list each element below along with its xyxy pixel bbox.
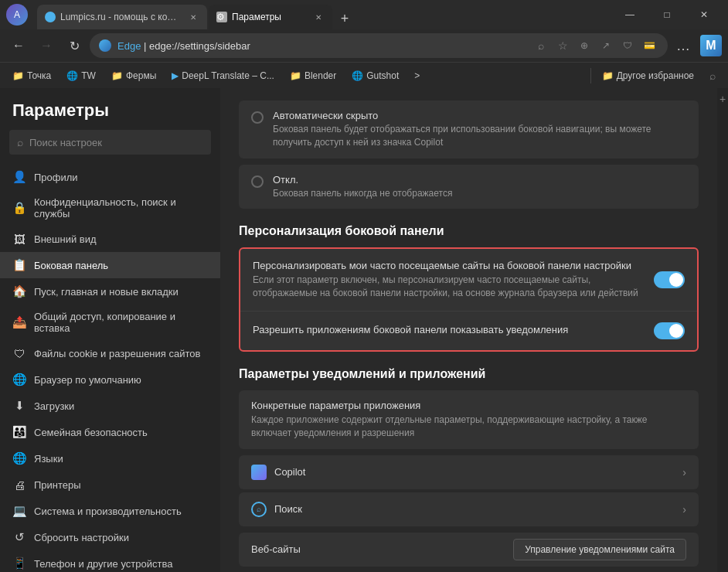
copilot-icon (251, 465, 267, 480)
off-card: Откл. Боковая панель никогда не отобража… (239, 165, 699, 209)
sidebar-item-family[interactable]: 👨‍👩‍👧 Семейная безопасность (0, 419, 220, 445)
address-star-icon[interactable]: ☆ (553, 36, 572, 55)
website-row: Веб-сайты Управление уведомлениями сайта (239, 533, 699, 567)
edge-sidebar-toggle[interactable]: M (700, 35, 722, 56)
sidebar-item-reset[interactable]: ↺ Сбросить настройки (0, 524, 220, 550)
notifications-toggle[interactable] (654, 322, 685, 339)
bookmark-tw[interactable]: 🌐 TW (60, 67, 102, 84)
settings-section: Автоматически скрыто Боковая панель буде… (220, 88, 717, 572)
app-settings-card: Конкретные параметры приложения Каждое п… (239, 390, 699, 449)
tab-settings[interactable]: ⚙ Параметры ✕ (209, 5, 332, 29)
sidebar-item-reset-label: Сбросить настройки (34, 532, 129, 543)
sidebar-item-system-label: Система и производительность (34, 506, 182, 517)
personalization-text-1: Персонализировать мои часто посещаемые с… (253, 260, 645, 300)
address-path: edge://settings/sidebar (149, 40, 250, 52)
sidebar-item-default-browser-label: Браузер по умолчанию (34, 374, 141, 386)
sidebar-item-start-label: Пуск, главная и новые вкладки (34, 286, 179, 298)
default-browser-icon: 🌐 (12, 373, 26, 386)
sidebar-search[interactable]: ⌕ Поиск настроек (9, 130, 211, 155)
sidebar-item-languages[interactable]: 🌐 Языки (0, 445, 220, 472)
tab-lumpics[interactable]: Lumpics.ru - помощь с компьюте... ✕ (37, 5, 207, 29)
off-text: Откл. Боковая панель никогда не отобража… (273, 174, 452, 200)
app-settings-desc: Каждое приложение содержит отдельные пар… (251, 414, 686, 440)
app-item-search[interactable]: ⌕ Поиск › (239, 492, 699, 526)
sidebar-item-default-browser[interactable]: 🌐 Браузер по умолчанию (0, 366, 220, 393)
main-area: Параметры ⌕ Поиск настроек 👤 Профили 🔒 К… (0, 88, 728, 572)
bookmarks-more-icon: > (414, 70, 420, 81)
manage-notifications-button[interactable]: Управление уведомлениями сайта (513, 539, 686, 560)
personalize-toggle[interactable] (654, 271, 685, 288)
sidebar-search-icon: ⌕ (17, 136, 23, 148)
address-collections-icon[interactable]: 🛡 (618, 36, 637, 55)
maximize-button[interactable]: □ (649, 2, 685, 27)
address-bar[interactable]: Edge | edge://settings/sidebar ⌕ ☆ ⊕ ↗ 🛡… (90, 33, 668, 58)
personalization-text-2: Разрешить приложениям боковой панели пок… (253, 324, 645, 338)
sidebar-item-cookies-label: Файлы cookie и разрешения сайтов (34, 348, 200, 359)
forward-button[interactable]: → (34, 33, 59, 58)
personalization-box: Персонализировать мои часто посещаемые с… (239, 247, 699, 352)
appearance-icon: 🖼 (12, 232, 26, 246)
new-tab-button[interactable]: + (334, 8, 355, 29)
bookmark-fermy-icon: 📁 (111, 70, 123, 81)
right-sidebar-panel: + (717, 88, 728, 572)
tab-close-settings[interactable]: ✕ (312, 11, 325, 23)
bookmark-deepl[interactable]: ▶ DeepL Translate – С... (165, 67, 281, 84)
auto-hide-text: Автоматически скрыто Боковая панель буде… (273, 110, 686, 149)
bookmark-fermy-label: Фермы (126, 70, 156, 81)
address-share-icon[interactable]: ↗ (597, 36, 615, 55)
off-radio[interactable] (251, 175, 264, 188)
auto-hide-radio[interactable] (251, 111, 264, 124)
bookmark-gutshot[interactable]: 🌐 Gutshot (345, 67, 405, 84)
sidebar-item-profiles[interactable]: 👤 Профили (0, 164, 220, 190)
sidebar-item-sharing-label: Общий доступ, копирование и вставка (34, 311, 208, 334)
sidebar-item-appearance[interactable]: 🖼 Внешний вид (0, 226, 220, 252)
bookmark-other-favorites[interactable]: 📁 Другое избранное (596, 67, 700, 84)
app-item-copilot[interactable]: Copilot › (239, 455, 699, 489)
bookmark-deepl-label: DeepL Translate – С... (182, 70, 274, 81)
bookmark-tw-icon: 🌐 (66, 70, 78, 81)
bookmark-gutshot-label: Gutshot (366, 70, 399, 81)
bookmark-blender[interactable]: 📁 Blender (284, 67, 342, 84)
nav-bar: ← → ↻ Edge | edge://settings/sidebar ⌕ ☆… (0, 29, 728, 62)
sidebar-item-phone[interactable]: 📱 Телефон и другие устройства (0, 550, 220, 572)
personalization-heading: Персонализация боковой панели (239, 224, 699, 238)
tab-favicon-lumpics (45, 12, 56, 22)
sidebar-item-start[interactable]: 🏠 Пуск, главная и новые вкладки (0, 278, 220, 305)
other-favorites-icon: 📁 (602, 70, 614, 81)
bookmark-tochka-icon: 📁 (12, 70, 24, 81)
app-copilot-name: Copilot (274, 466, 675, 478)
address-text: Edge | edge://settings/sidebar (117, 40, 526, 52)
address-wallet-icon[interactable]: 💳 (640, 36, 658, 55)
sidebar-item-system[interactable]: 💻 Система и производительность (0, 498, 220, 524)
cookies-icon: 🛡 (12, 346, 26, 360)
minimize-button[interactable]: — (612, 2, 648, 27)
user-profile-icon[interactable]: A (6, 4, 28, 26)
bookmarks-more-button[interactable]: > (408, 67, 426, 84)
sidebar-item-family-label: Семейная безопасность (34, 427, 148, 438)
personalization-row-2: Разрешить приложениям боковой панели пок… (240, 311, 697, 350)
sidebar-item-privacy[interactable]: 🔒 Конфиденциальность, поиск и службы (0, 190, 220, 226)
bookmarks-search-icon[interactable]: ⌕ (703, 66, 722, 85)
sidebar-title: Параметры (0, 100, 220, 130)
sidebar-item-downloads[interactable]: ⬇ Загрузки (0, 393, 220, 419)
address-favorites-icon[interactable]: ⊕ (575, 36, 594, 55)
refresh-button[interactable]: ↻ (62, 33, 87, 58)
bookmark-fermy[interactable]: 📁 Фермы (105, 67, 162, 84)
other-favorites-label: Другое избранное (617, 70, 694, 81)
more-button[interactable]: … (671, 33, 696, 58)
sidebar-item-printers[interactable]: 🖨 Принтеры (0, 472, 220, 498)
close-button[interactable]: ✕ (686, 2, 722, 27)
system-icon: 💻 (12, 504, 26, 518)
bookmark-tochka[interactable]: 📁 Точка (6, 67, 57, 84)
sidebar-panel-icon: 📋 (12, 258, 26, 272)
back-button[interactable]: ← (6, 33, 31, 58)
sidebar-item-sidebar-label: Боковая панель (34, 260, 108, 271)
sidebar-item-sidebar[interactable]: 📋 Боковая панель (0, 252, 220, 278)
sidebar-item-cookies[interactable]: 🛡 Файлы cookie и разрешения сайтов (0, 340, 220, 366)
tab-close-lumpics[interactable]: ✕ (187, 11, 199, 23)
bookmark-deepl-icon: ▶ (172, 70, 179, 81)
address-search-icon[interactable]: ⌕ (532, 36, 550, 55)
sidebar-item-sharing[interactable]: 📤 Общий доступ, копирование и вставка (0, 305, 220, 340)
languages-icon: 🌐 (12, 451, 26, 465)
plus-button[interactable]: + (715, 91, 728, 107)
